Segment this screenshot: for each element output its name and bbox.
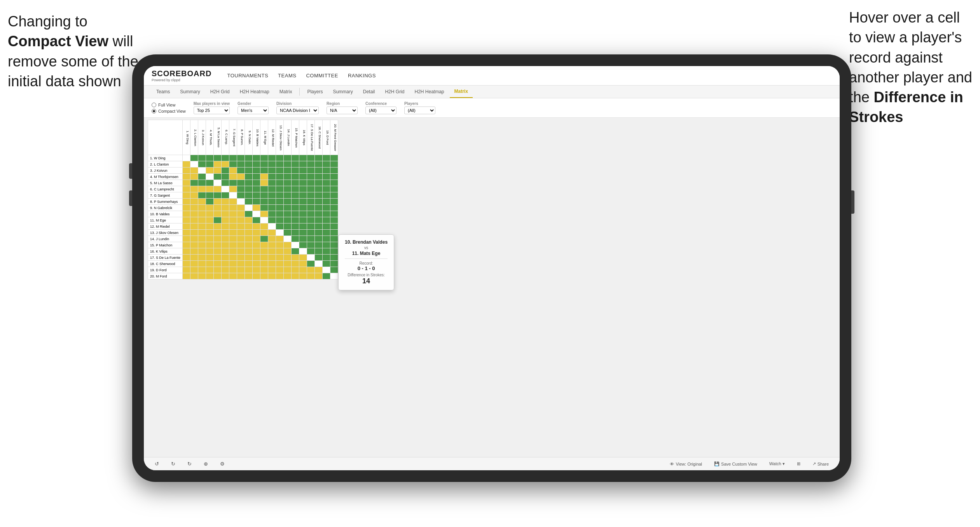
matrix-cell[interactable] xyxy=(268,205,276,211)
matrix-cell[interactable] xyxy=(323,205,330,211)
matrix-cell[interactable] xyxy=(330,205,338,211)
matrix-cell[interactable] xyxy=(229,168,237,174)
matrix-cell[interactable] xyxy=(253,186,260,192)
matrix-cell[interactable] xyxy=(198,230,206,236)
matrix-cell[interactable] xyxy=(330,255,338,261)
matrix-cell[interactable] xyxy=(206,223,214,230)
matrix-cell[interactable] xyxy=(307,267,315,273)
matrix-cell[interactable] xyxy=(206,242,214,248)
matrix-cell[interactable] xyxy=(268,267,276,273)
matrix-cell[interactable] xyxy=(307,174,315,180)
matrix-cell[interactable] xyxy=(260,223,268,230)
matrix-cell[interactable] xyxy=(284,236,292,242)
matrix-cell[interactable] xyxy=(323,174,330,180)
matrix-cell[interactable] xyxy=(190,199,198,205)
matrix-cell[interactable] xyxy=(229,230,237,236)
matrix-cell[interactable] xyxy=(268,261,276,267)
gender-select[interactable]: Men's xyxy=(238,106,269,114)
matrix-cell[interactable] xyxy=(276,261,284,267)
matrix-cell[interactable] xyxy=(214,273,222,279)
matrix-cell[interactable] xyxy=(260,199,268,205)
undo-button[interactable]: ↺ xyxy=(152,460,162,468)
matrix-cell[interactable] xyxy=(330,174,338,180)
matrix-cell[interactable] xyxy=(292,174,299,180)
matrix-cell[interactable] xyxy=(222,217,229,223)
matrix-cell[interactable] xyxy=(222,255,229,261)
matrix-cell[interactable] xyxy=(307,155,315,161)
matrix-cell[interactable] xyxy=(292,248,299,255)
matrix-cell[interactable] xyxy=(307,186,315,192)
matrix-cell[interactable] xyxy=(222,248,229,255)
matrix-cell[interactable] xyxy=(214,174,222,180)
matrix-cell[interactable] xyxy=(198,242,206,248)
matrix-cell[interactable] xyxy=(222,180,229,186)
matrix-cell[interactable] xyxy=(206,174,214,180)
matrix-cell[interactable] xyxy=(245,180,253,186)
matrix-cell[interactable] xyxy=(253,174,260,180)
tab-teams[interactable]: Teams xyxy=(152,86,175,98)
matrix-cell[interactable] xyxy=(268,192,276,199)
matrix-cell[interactable] xyxy=(253,161,260,168)
matrix-cell[interactable] xyxy=(237,199,245,205)
matrix-cell[interactable] xyxy=(292,192,299,199)
matrix-cell[interactable] xyxy=(292,273,299,279)
matrix-cell[interactable] xyxy=(198,223,206,230)
matrix-cell[interactable] xyxy=(198,155,206,161)
matrix-cell[interactable] xyxy=(315,205,323,211)
matrix-cell[interactable] xyxy=(222,174,229,180)
matrix-cell[interactable] xyxy=(307,230,315,236)
matrix-cell[interactable] xyxy=(330,217,338,223)
matrix-cell[interactable] xyxy=(330,273,338,279)
matrix-cell[interactable] xyxy=(268,161,276,168)
matrix-cell[interactable] xyxy=(292,168,299,174)
nav-committee[interactable]: COMMITTEE xyxy=(306,73,338,79)
matrix-cell[interactable] xyxy=(206,236,214,242)
matrix-cell[interactable] xyxy=(276,248,284,255)
matrix-cell[interactable] xyxy=(307,236,315,242)
matrix-cell[interactable] xyxy=(245,192,253,199)
matrix-cell[interactable] xyxy=(198,180,206,186)
matrix-cell[interactable] xyxy=(237,186,245,192)
matrix-cell[interactable] xyxy=(229,161,237,168)
matrix-cell[interactable] xyxy=(183,267,190,273)
redo-left-button[interactable]: ↻ xyxy=(168,460,178,468)
matrix-cell[interactable] xyxy=(292,211,299,217)
matrix-cell[interactable] xyxy=(190,211,198,217)
matrix-cell[interactable] xyxy=(229,199,237,205)
matrix-cell[interactable] xyxy=(198,199,206,205)
matrix-cell[interactable] xyxy=(237,205,245,211)
matrix-cell[interactable] xyxy=(190,261,198,267)
matrix-cell[interactable] xyxy=(315,273,323,279)
matrix-cell[interactable] xyxy=(198,186,206,192)
matrix-cell[interactable] xyxy=(253,236,260,242)
matrix-cell[interactable] xyxy=(323,236,330,242)
nav-tournaments[interactable]: TOURNAMENTS xyxy=(227,73,268,79)
matrix-cell[interactable] xyxy=(237,211,245,217)
matrix-cell[interactable] xyxy=(237,261,245,267)
matrix-cell[interactable] xyxy=(307,205,315,211)
matrix-cell[interactable] xyxy=(276,255,284,261)
matrix-cell[interactable] xyxy=(253,155,260,161)
region-select[interactable]: N/A xyxy=(327,106,358,114)
matrix-cell[interactable] xyxy=(315,242,323,248)
matrix-cell[interactable] xyxy=(229,267,237,273)
matrix-cell[interactable] xyxy=(183,186,190,192)
matrix-cell[interactable] xyxy=(299,236,307,242)
matrix-cell[interactable] xyxy=(237,168,245,174)
players-select[interactable]: (All) xyxy=(404,106,435,114)
matrix-cell[interactable] xyxy=(315,261,323,267)
matrix-cell[interactable] xyxy=(292,180,299,186)
matrix-cell[interactable] xyxy=(315,211,323,217)
matrix-cell[interactable] xyxy=(183,217,190,223)
matrix-cell[interactable] xyxy=(183,230,190,236)
matrix-cell[interactable] xyxy=(276,186,284,192)
settings-button[interactable]: ⚙ xyxy=(217,460,228,468)
matrix-cell[interactable] xyxy=(284,242,292,248)
matrix-cell[interactable] xyxy=(190,180,198,186)
matrix-cell[interactable] xyxy=(323,192,330,199)
matrix-cell[interactable] xyxy=(245,199,253,205)
matrix-cell[interactable] xyxy=(299,205,307,211)
matrix-cell[interactable] xyxy=(206,186,214,192)
matrix-cell[interactable] xyxy=(276,155,284,161)
matrix-cell[interactable] xyxy=(315,192,323,199)
